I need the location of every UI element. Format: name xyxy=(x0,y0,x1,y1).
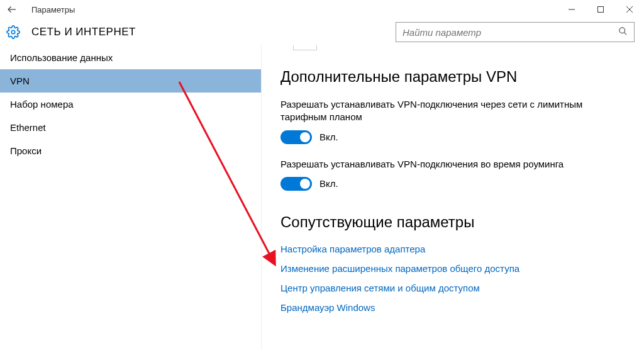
link-network-center[interactable]: Центр управления сетями и общим доступом xyxy=(280,283,625,293)
window-title: Параметры xyxy=(31,5,557,14)
content-pane: Дополнительные параметры VPN Разрешать у… xyxy=(261,45,644,350)
sidebar: Использование данных VPN Набор номера Et… xyxy=(0,45,261,350)
toggle-roaming-state: Вкл. xyxy=(319,178,338,189)
back-button[interactable] xyxy=(6,4,31,15)
add-vpn-button-partial[interactable] xyxy=(293,45,317,50)
gear-icon xyxy=(6,25,31,39)
svg-point-5 xyxy=(619,28,625,33)
link-firewall[interactable]: Брандмауэр Windows xyxy=(280,302,625,313)
svg-point-4 xyxy=(11,30,15,34)
maximize-button[interactable] xyxy=(586,0,615,19)
title-bar: Параметры xyxy=(0,0,644,19)
sidebar-item-dialup[interactable]: Набор номера xyxy=(0,93,261,116)
sidebar-item-ethernet[interactable]: Ethernet xyxy=(0,116,261,139)
search-box[interactable] xyxy=(396,22,635,42)
related-heading: Сопутствующие параметры xyxy=(280,213,625,231)
link-advanced-sharing[interactable]: Изменение расширенных параметров общего … xyxy=(280,263,625,274)
close-button[interactable] xyxy=(615,0,644,19)
minimize-button[interactable] xyxy=(557,0,586,19)
advanced-heading: Дополнительные параметры VPN xyxy=(280,68,625,86)
search-input[interactable] xyxy=(402,27,618,38)
sidebar-item-proxy[interactable]: Прокси xyxy=(0,139,261,162)
setting-roaming-label: Разрешать устанавливать VPN-подключения … xyxy=(280,158,625,171)
header: СЕТЬ И ИНТЕРНЕТ xyxy=(0,19,644,45)
svg-rect-1 xyxy=(598,7,604,13)
search-icon xyxy=(618,26,628,38)
window-controls xyxy=(557,0,644,19)
toggle-roaming[interactable] xyxy=(280,177,312,191)
sidebar-item-vpn[interactable]: VPN xyxy=(0,69,261,93)
toggle-metered-state: Вкл. xyxy=(319,132,338,142)
link-adapter-settings[interactable]: Настройка параметров адаптера xyxy=(280,244,625,254)
setting-roaming: Разрешать устанавливать VPN-подключения … xyxy=(280,158,625,191)
svg-line-6 xyxy=(624,32,626,35)
page-title: СЕТЬ И ИНТЕРНЕТ xyxy=(31,26,396,38)
setting-metered: Разрешать устанавливать VPN-подключения … xyxy=(280,98,625,144)
sidebar-item-data-usage[interactable]: Использование данных xyxy=(0,46,261,69)
toggle-metered[interactable] xyxy=(280,130,312,144)
setting-metered-label: Разрешать устанавливать VPN-подключения … xyxy=(280,98,625,124)
